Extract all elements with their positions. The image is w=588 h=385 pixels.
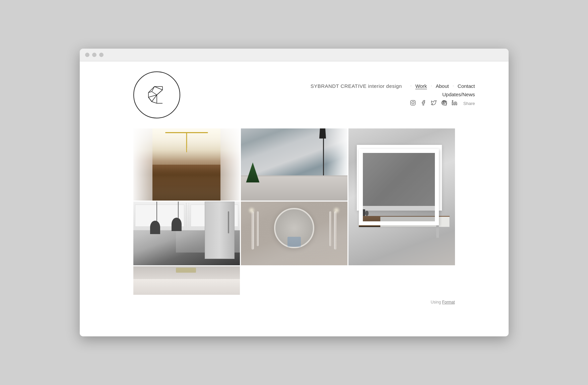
svg-line-8: [154, 87, 162, 90]
site-footer: Using Format: [80, 295, 509, 309]
gallery-grid: [133, 128, 455, 295]
svg-rect-14: [452, 102, 453, 105]
site-header: SYBRANDT CREATIVE interior design • Work…: [80, 61, 509, 125]
gallery-item-mirror[interactable]: [241, 202, 347, 265]
svg-point-15: [452, 100, 453, 101]
nav-area: SYBRANDT CREATIVE interior design • Work…: [200, 83, 475, 107]
nav-sep-1: •: [411, 85, 411, 87]
browser-window: SYBRANDT CREATIVE interior design • Work…: [80, 49, 509, 336]
share-text[interactable]: Share: [463, 101, 475, 106]
logo-svg: [142, 80, 172, 110]
svg-point-12: [412, 101, 414, 104]
nav-link-updates[interactable]: Updates/News: [442, 92, 475, 97]
nav-link-work[interactable]: Work: [415, 83, 427, 89]
twitter-icon[interactable]: [431, 100, 437, 107]
logo-area: [133, 71, 180, 118]
svg-line-10: [148, 97, 152, 102]
footer-using-format: Using Format: [431, 300, 455, 305]
nav-sep-3: •: [453, 85, 454, 87]
svg-point-13: [414, 101, 414, 101]
browser-dot-yellow: [92, 53, 96, 57]
gallery-item-living[interactable]: [241, 128, 347, 201]
logo-circle[interactable]: [133, 71, 180, 118]
instagram-icon[interactable]: [410, 100, 416, 107]
pinterest-icon[interactable]: [441, 100, 447, 107]
nav-sep-2: •: [431, 85, 432, 87]
browser-chrome: [80, 49, 509, 61]
gallery-item-dining[interactable]: [133, 128, 240, 201]
site-content: SYBRANDT CREATIVE interior design • Work…: [80, 61, 509, 336]
gallery-item-kitchen[interactable]: [133, 202, 240, 265]
gallery-container: [80, 125, 509, 295]
nav-link-contact[interactable]: Contact: [458, 83, 475, 89]
browser-dot-red: [85, 53, 89, 57]
footer-format-link[interactable]: Format: [442, 300, 455, 305]
facebook-icon[interactable]: [420, 100, 426, 107]
gallery-item-bedroom[interactable]: [133, 266, 240, 295]
svg-rect-11: [410, 100, 415, 105]
gallery-item-wall-art[interactable]: [348, 128, 455, 265]
browser-dot-green: [99, 53, 104, 57]
brand-name: SYBRANDT CREATIVE interior design: [311, 83, 402, 89]
brand-nav-row: SYBRANDT CREATIVE interior design • Work…: [311, 83, 475, 89]
nav-row-2: Updates/News: [442, 92, 475, 97]
social-row: Share: [410, 100, 475, 107]
nav-link-about[interactable]: About: [436, 83, 449, 89]
footer-using-label: Using: [431, 300, 441, 305]
svg-line-2: [152, 92, 157, 95]
svg-line-7: [157, 90, 162, 95]
linkedin-icon[interactable]: [452, 100, 457, 107]
